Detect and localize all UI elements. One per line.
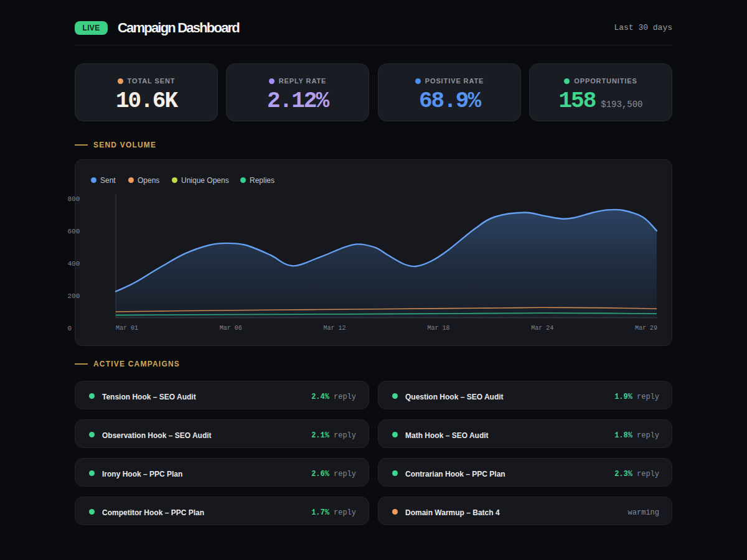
svg-text:Mar 29: Mar 29 bbox=[635, 325, 657, 332]
svg-text:Mar 12: Mar 12 bbox=[324, 325, 346, 332]
svg-text:0: 0 bbox=[68, 325, 72, 332]
svg-text:Mar 01: Mar 01 bbox=[116, 325, 138, 332]
svg-text:400: 400 bbox=[68, 260, 80, 268]
svg-text:Mar 24: Mar 24 bbox=[531, 325, 553, 332]
svg-text:Mar 06: Mar 06 bbox=[220, 325, 242, 332]
svg-text:200: 200 bbox=[68, 292, 80, 300]
svg-text:600: 600 bbox=[68, 228, 80, 235]
svg-text:Mar 18: Mar 18 bbox=[427, 325, 449, 332]
svg-text:800: 800 bbox=[68, 195, 80, 203]
